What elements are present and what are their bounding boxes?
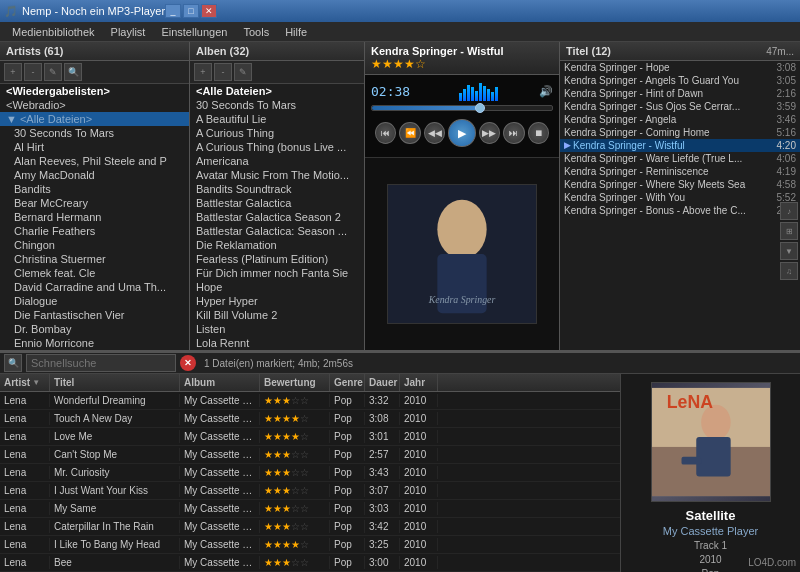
menu-einstellungen[interactable]: Einstellungen <box>153 24 235 40</box>
track-item[interactable]: Kendra Springer - Reminiscence 4:19 <box>560 165 800 178</box>
col-title[interactable]: Titel <box>50 374 180 391</box>
list-item[interactable]: Bandits Soundtrack <box>190 182 364 196</box>
track-item[interactable]: Kendra Springer - Hint of Dawn 2:16 <box>560 87 800 100</box>
list-item[interactable]: Die Fantastischen Vier <box>0 308 189 322</box>
list-item[interactable]: Lola Rennt <box>190 336 364 350</box>
artists-remove-btn[interactable]: - <box>24 63 42 81</box>
col-genre[interactable]: Genre <box>330 374 365 391</box>
list-item[interactable]: Listen <box>190 322 364 336</box>
list-item[interactable]: Battlestar Galactica Season 2 <box>190 210 364 224</box>
track-item[interactable]: Kendra Springer - Coming Home 5:16 <box>560 126 800 139</box>
list-item[interactable]: Bandits <box>0 182 189 196</box>
albums-edit-btn[interactable]: ✎ <box>234 63 252 81</box>
list-item[interactable]: Dr. Bombay <box>0 322 189 336</box>
side-btn-4[interactable]: ♫ <box>780 262 798 280</box>
table-body[interactable]: Lena Wonderful Dreaming My Cassette P...… <box>0 392 620 572</box>
close-button[interactable]: ✕ <box>201 4 217 18</box>
list-item[interactable]: Bear McCreary <box>0 196 189 210</box>
search-icon-btn[interactable]: 🔍 <box>4 354 22 372</box>
track-item[interactable]: Kendra Springer - Hope 3:08 <box>560 61 800 74</box>
col-year[interactable]: Jahr <box>400 374 438 391</box>
list-item[interactable]: Ennio Morricone <box>0 336 189 350</box>
list-item[interactable]: <Webradio> <box>0 98 189 112</box>
play-button[interactable]: ▶ <box>448 119 475 147</box>
table-row[interactable]: Lena I Like To Bang My Head My Cassette … <box>0 536 620 554</box>
artists-edit-btn[interactable]: ✎ <box>44 63 62 81</box>
list-item[interactable]: Battlestar Galactica <box>190 196 364 210</box>
artists-add-btn[interactable]: + <box>4 63 22 81</box>
table-row[interactable]: Lena Bee My Cassette P... ★★★☆☆ Pop 3:00… <box>0 554 620 572</box>
list-item[interactable]: Battlestar Galactica: Season ... <box>190 224 364 238</box>
search-clear-button[interactable]: ✕ <box>180 355 196 371</box>
list-item[interactable]: Al Hirt <box>0 140 189 154</box>
side-btn-3[interactable]: ▼ <box>780 242 798 260</box>
col-duration[interactable]: Dauer <box>365 374 400 391</box>
list-item[interactable]: Chingon <box>0 238 189 252</box>
list-item[interactable]: Hyper Hyper <box>190 294 364 308</box>
track-item[interactable]: Kendra Springer - With You 5:52 <box>560 191 800 204</box>
list-item[interactable]: Bernard Hermann <box>0 210 189 224</box>
col-artist[interactable]: Artist ▼ <box>0 374 50 391</box>
list-item[interactable]: Charlie Feathers <box>0 224 189 238</box>
list-item[interactable]: David Carradine and Uma Th... <box>0 280 189 294</box>
list-item[interactable]: Avatar Music From The Motio... <box>190 168 364 182</box>
albums-list[interactable]: <Alle Dateien> 30 Seconds To Mars A Beau… <box>190 84 364 350</box>
list-item[interactable]: <Wiedergabelisten> <box>0 84 189 98</box>
track-item[interactable]: Kendra Springer - Sus Ojos Se Cerrar... … <box>560 100 800 113</box>
col-album[interactable]: Album <box>180 374 260 391</box>
forward-button[interactable]: ▶▶ <box>479 122 500 144</box>
track-item[interactable]: Kendra Springer - Where Sky Meets Sea 4:… <box>560 178 800 191</box>
albums-remove-btn[interactable]: - <box>214 63 232 81</box>
table-row[interactable]: Lena My Same My Cassette P... ★★★☆☆ Pop … <box>0 500 620 518</box>
menu-hilfe[interactable]: Hilfe <box>277 24 315 40</box>
next-button[interactable]: ⏭ <box>503 122 524 144</box>
maximize-button[interactable]: □ <box>183 4 199 18</box>
list-item[interactable]: Die Reklamation <box>190 238 364 252</box>
track-item[interactable]: Kendra Springer - Bonus - Above the C...… <box>560 204 800 217</box>
list-item[interactable]: <Alle Dateien> <box>190 84 364 98</box>
list-item[interactable]: Americana <box>190 154 364 168</box>
table-row[interactable]: Lena Wonderful Dreaming My Cassette P...… <box>0 392 620 410</box>
track-item[interactable]: Kendra Springer - Angela 3:46 <box>560 113 800 126</box>
col-rating[interactable]: Bewertung <box>260 374 330 391</box>
minimize-button[interactable]: _ <box>165 4 181 18</box>
side-btn-2[interactable]: ⊞ <box>780 222 798 240</box>
progress-thumb[interactable] <box>475 103 485 113</box>
artists-search-btn[interactable]: 🔍 <box>64 63 82 81</box>
stop-button[interactable]: ⏹ <box>528 122 549 144</box>
side-btn-1[interactable]: ♪ <box>780 202 798 220</box>
list-item[interactable]: A Curious Thing <box>190 126 364 140</box>
list-item[interactable]: 30 Seconds To Mars <box>190 98 364 112</box>
prev-button[interactable]: ⏮ <box>375 122 396 144</box>
progress-bar[interactable] <box>371 105 553 111</box>
list-item[interactable]: Christina Stuermer <box>0 252 189 266</box>
list-item[interactable]: Fearless (Platinum Edition) <box>190 252 364 266</box>
albums-add-btn[interactable]: + <box>194 63 212 81</box>
menu-medienbibliothek[interactable]: Medienbibliothek <box>4 24 103 40</box>
list-item[interactable]: 30 Seconds To Mars <box>0 126 189 140</box>
back-button[interactable]: ◀◀ <box>424 122 445 144</box>
rewind-button[interactable]: ⏪ <box>399 122 420 144</box>
menu-playlist[interactable]: Playlist <box>103 24 154 40</box>
list-item[interactable]: A Beautiful Lie <box>190 112 364 126</box>
list-item[interactable]: Für Dich immer noch Fanta Sie <box>190 266 364 280</box>
search-input[interactable] <box>26 354 176 372</box>
menu-tools[interactable]: Tools <box>235 24 277 40</box>
table-row[interactable]: Lena Caterpillar In The Rain My Cassette… <box>0 518 620 536</box>
track-item-playing[interactable]: ▶ Kendra Springer - Wistful 4:20 <box>560 139 800 152</box>
list-item[interactable]: A Curious Thing (bonus Live ... <box>190 140 364 154</box>
list-item[interactable]: Clemek feat. Cle <box>0 266 189 280</box>
list-item[interactable]: Kill Bill Volume 2 <box>190 308 364 322</box>
tracklist[interactable]: Kendra Springer - Hope 3:08 Kendra Sprin… <box>560 61 800 350</box>
table-row[interactable]: Lena I Just Want Your Kiss My Cassette P… <box>0 482 620 500</box>
table-row[interactable]: Lena Mr. Curiosity My Cassette P... ★★★☆… <box>0 464 620 482</box>
table-row[interactable]: Lena Love Me My Cassette P... ★★★★☆ Pop … <box>0 428 620 446</box>
table-row[interactable]: Lena Touch A New Day My Cassette P... ★★… <box>0 410 620 428</box>
list-item[interactable]: Hope <box>190 280 364 294</box>
list-item[interactable]: ▼ <Alle Dateien> <box>0 112 189 126</box>
table-row[interactable]: Lena Can't Stop Me My Cassette P... ★★★☆… <box>0 446 620 464</box>
list-item[interactable]: Dialogue <box>0 294 189 308</box>
list-item[interactable]: Amy MacDonald <box>0 168 189 182</box>
list-item[interactable]: Alan Reeves, Phil Steele and P <box>0 154 189 168</box>
track-item[interactable]: Kendra Springer - Ware Liefde (True L...… <box>560 152 800 165</box>
